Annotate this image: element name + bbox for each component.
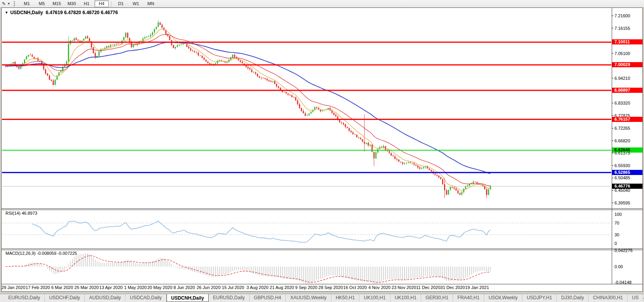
chart-canvas[interactable]: [2, 8, 642, 291]
date-label: 15 Jul 2020: [222, 285, 244, 290]
timeframe-button-m5[interactable]: M5: [35, 0, 49, 7]
rsi-scale-label: 100: [614, 212, 622, 217]
drawing-tool-button[interactable]: ✎ ▼: [0, 1, 12, 7]
bottom-tabbar: EURUSD,DailyUSDCHF,DailyAUDUSD,DailyUSDC…: [0, 294, 644, 302]
tab-fra40-h1[interactable]: FRA40,H1: [453, 294, 484, 302]
timeframe-group: M1M5M15M30H1H4D1W1MN: [19, 0, 158, 7]
tab-uk100-h1[interactable]: UK100,H1: [359, 294, 390, 302]
tab-usdchf-daily[interactable]: USDCHF,Daily: [45, 294, 85, 302]
macd-scale-label: -0.04148: [614, 280, 631, 285]
timeframe-button-m30[interactable]: M30: [65, 0, 79, 7]
tab-usdcad-daily[interactable]: USDCAD,Daily: [126, 294, 167, 302]
rsi-scale-label: 30: [614, 232, 619, 237]
timeframe-button-m15[interactable]: M15: [50, 0, 64, 7]
top-toolbar: ✎ ▼ M1M5M15M30H1H4D1W1MN: [0, 0, 644, 8]
macd-scale-label: 0.042275: [614, 248, 633, 253]
timeframe-button-h1[interactable]: H1: [80, 0, 94, 7]
date-label: 13 Apr 2020: [99, 285, 122, 290]
tab-audusd-daily[interactable]: AUDUSD,Daily: [85, 294, 126, 302]
tab-xauusd-weekly[interactable]: XAUUSD,Weekly: [286, 294, 331, 302]
timeframe-button-h4[interactable]: H4: [94, 0, 109, 7]
rsi-label: RSI(14) 46.8973: [6, 211, 37, 215]
price-tick: 6.83320: [614, 101, 642, 105]
date-label: 8 Jun 2020: [174, 285, 195, 290]
date-label: 1 May 2020: [124, 285, 146, 290]
date-label: 9 Sep 2020: [295, 285, 317, 290]
tab-gbpusd-h4[interactable]: GBPUSD,H4: [250, 294, 286, 302]
date-label: 26 Jun 2020: [197, 285, 221, 290]
tab-uk100-h1[interactable]: UK100,H1: [390, 294, 421, 302]
date-label: 31 Dec 2020: [440, 285, 465, 290]
chart-collapse-icon[interactable]: ▼: [5, 11, 8, 15]
date-label: 23 Nov 2020: [392, 285, 416, 290]
macd-label: MACD(12,26,9) -0.008059 -0.007225: [6, 251, 77, 256]
tab-eurusd-daily[interactable]: EURUSD,Daily: [209, 294, 250, 302]
price-tick: 7.05100: [614, 51, 642, 56]
tab-us[interactable]: US: [627, 294, 643, 302]
toolbar-grip[interactable]: [14, 1, 17, 6]
macd-scale-label: 0.00: [614, 264, 623, 269]
tab-usdcnh-daily[interactable]: USDCNH,Daily: [167, 294, 209, 302]
timeframe-button-mn[interactable]: MN: [144, 0, 158, 7]
date-label: 21 Aug 2020: [270, 285, 294, 290]
drawing-tool-icon: ✎: [2, 2, 6, 6]
timeframe-button-w1[interactable]: W1: [129, 0, 143, 7]
date-label: 17 Feb 2020: [26, 285, 50, 290]
price-level-badge: 6.88897: [612, 88, 642, 93]
date-label: 25 Mar 2020: [74, 285, 99, 290]
price-tick: 6.55930: [614, 163, 642, 168]
date-label: 3 Aug 2020: [246, 285, 268, 290]
rsi-scale-label: 0: [614, 241, 617, 246]
price-tick: 7.21600: [614, 13, 642, 18]
price-tick: 6.50485: [614, 175, 642, 180]
tab-eurusd-daily[interactable]: EURUSD,Daily: [4, 294, 45, 302]
price-tick: 7.16155: [614, 26, 642, 31]
price-tick: 6.39595: [614, 201, 642, 205]
date-label: 4 Nov 2020: [368, 285, 390, 290]
date-label: 19 Jan 2021: [465, 285, 489, 290]
date-label: 16 Oct 2020: [343, 285, 367, 290]
date-label: 11 Dec 2020: [416, 285, 440, 290]
rsi-scale-label: 70: [614, 221, 619, 225]
price-level-badge: 7.00029: [612, 62, 642, 67]
tab-usdjpy-h1[interactable]: USDJPY,H1: [522, 294, 557, 302]
date-label: 20 May 2020: [147, 285, 172, 290]
price-level-badge: 6.76157: [612, 117, 642, 122]
price-level-badge: 6.46776: [612, 184, 642, 189]
toolbar-separator: [111, 1, 111, 7]
tab-ger30-h1[interactable]: GER30,H1: [421, 294, 453, 302]
date-label: 28 Sep 2020: [318, 285, 343, 290]
chart-title: ▼USDCNH,Daily 6.47619 6.47820 6.46720 6.…: [5, 10, 118, 15]
price-tick: 6.94210: [614, 76, 642, 81]
price-level-badge: 7.10011: [612, 39, 642, 44]
tab-usoil-weekly[interactable]: USOil,Weekly: [484, 294, 522, 302]
price-level-badge: 6.52865: [612, 170, 642, 175]
timeframe-button-m1[interactable]: M1: [20, 0, 34, 7]
date-label: 6 Mar 2020: [51, 285, 73, 290]
chart-symbol-label: USDCNH,Daily: [10, 10, 43, 15]
tab-dj30-daily[interactable]: DJ30,Daily: [557, 294, 588, 302]
chart-window: ▼USDCNH,Daily 6.47619 6.47820 6.46720 6.…: [1, 7, 643, 292]
timeframe-button-d1[interactable]: D1: [114, 0, 128, 7]
dropdown-caret-icon: ▼: [7, 2, 10, 6]
tab-china300-h1[interactable]: CHINA300,H1: [588, 294, 627, 302]
date-label: 29 Jan 2020: [2, 285, 26, 290]
price-level-badge: 6.62646: [612, 147, 642, 153]
price-tick: 6.66820: [614, 138, 642, 143]
tab-hk50-h1[interactable]: HK50,H1: [331, 294, 360, 302]
chart-ohlc-quote: 6.47619 6.47820 6.46720 6.46776: [46, 10, 118, 15]
price-tick: 6.72265: [614, 126, 642, 131]
